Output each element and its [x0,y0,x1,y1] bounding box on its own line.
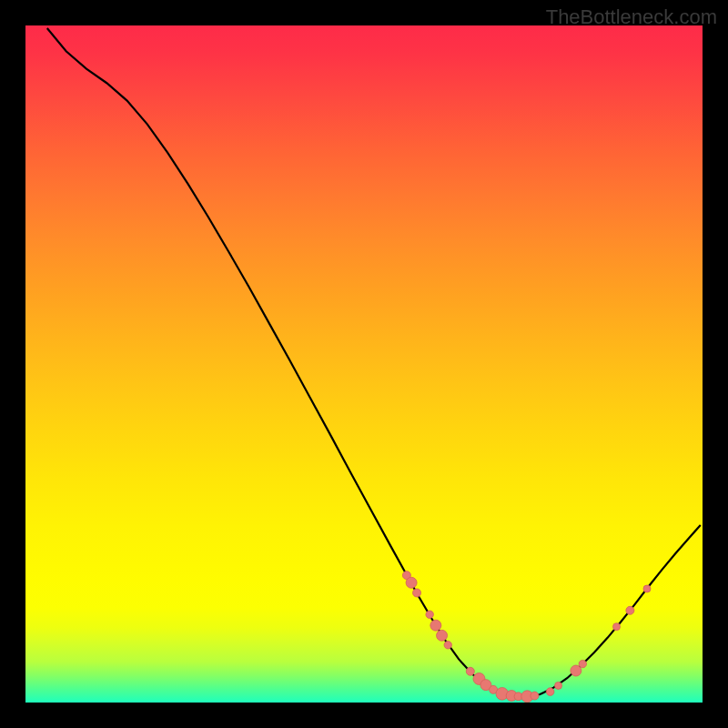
bottleneck-curve [47,28,701,697]
data-point [643,585,651,592]
data-point [466,667,474,675]
data-point [579,660,586,667]
plot-area [25,25,703,703]
data-point [555,682,562,689]
data-point [437,630,448,641]
data-points [402,571,651,703]
data-point [613,623,621,631]
curve-layer [25,25,703,703]
data-point [444,642,451,649]
data-point [406,577,417,588]
data-point [626,606,634,614]
data-point [426,611,433,618]
watermark-text: TheBottleneck.com [546,5,717,29]
data-point [430,620,441,631]
data-point [546,688,554,696]
data-point [413,589,421,597]
data-point [531,692,539,700]
